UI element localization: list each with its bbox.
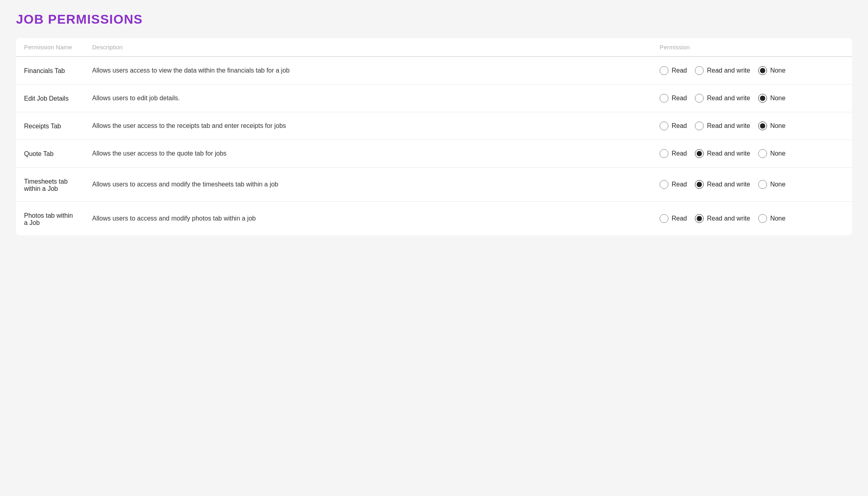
label-quote-tab-read: Read [672,150,687,157]
radio-quote-tab-read_and_write[interactable] [695,149,704,158]
table-row: Edit Job DetailsAllows users to edit job… [16,85,852,112]
label-edit-job-details-none: None [770,95,785,102]
row-timesheets-tab-permission: ReadRead and writeNone [652,168,852,202]
row-photos-tab-permission: ReadRead and writeNone [652,202,852,236]
table-row: Timesheets tab within a JobAllows users … [16,168,852,202]
row-photos-tab-option-read_and_write[interactable]: Read and write [695,214,750,223]
row-financials-tab-option-none[interactable]: None [758,66,785,75]
row-timesheets-tab-description: Allows users to access and modify the ti… [84,168,652,202]
row-photos-tab-name: Photos tab within a Job [16,202,84,236]
radio-timesheets-tab-read[interactable] [660,180,668,189]
radio-receipts-tab-none[interactable] [758,121,767,130]
radio-edit-job-details-read[interactable] [660,94,668,103]
row-receipts-tab-option-read[interactable]: Read [660,121,687,130]
row-edit-job-details-description: Allows users to edit job details. [84,85,652,112]
radio-financials-tab-read_and_write[interactable] [695,66,704,75]
row-financials-tab-option-read[interactable]: Read [660,66,687,75]
row-edit-job-details-permission: ReadRead and writeNone [652,85,852,112]
table-row: Financials TabAllows users access to vie… [16,57,852,85]
label-edit-job-details-read_and_write: Read and write [707,95,750,102]
row-quote-tab-permission: ReadRead and writeNone [652,140,852,168]
radio-receipts-tab-read_and_write[interactable] [695,121,704,130]
row-receipts-tab-option-none[interactable]: None [758,121,785,130]
radio-photos-tab-read[interactable] [660,214,668,223]
table-row: Photos tab within a JobAllows users to a… [16,202,852,236]
row-edit-job-details-option-read[interactable]: Read [660,94,687,103]
radio-quote-tab-none[interactable] [758,149,767,158]
row-photos-tab-option-read[interactable]: Read [660,214,687,223]
row-quote-tab-option-none[interactable]: None [758,149,785,158]
row-photos-tab-option-none[interactable]: None [758,214,785,223]
row-timesheets-tab-option-none[interactable]: None [758,180,785,189]
label-timesheets-tab-read_and_write: Read and write [707,181,750,188]
table-row: Quote TabAllows the user access to the q… [16,140,852,168]
label-receipts-tab-none: None [770,122,785,130]
row-timesheets-tab-option-read_and_write[interactable]: Read and write [695,180,750,189]
radio-quote-tab-read[interactable] [660,149,668,158]
row-quote-tab-option-read[interactable]: Read [660,149,687,158]
row-edit-job-details-option-read_and_write[interactable]: Read and write [695,94,750,103]
radio-timesheets-tab-none[interactable] [758,180,767,189]
row-receipts-tab-permission: ReadRead and writeNone [652,112,852,140]
label-quote-tab-none: None [770,150,785,157]
row-photos-tab-description: Allows users to access and modify photos… [84,202,652,236]
label-financials-tab-read_and_write: Read and write [707,67,750,74]
radio-financials-tab-none[interactable] [758,66,767,75]
permissions-table: Permission Name Description Permission F… [16,38,852,235]
label-financials-tab-none: None [770,67,785,74]
radio-photos-tab-none[interactable] [758,214,767,223]
label-financials-tab-read: Read [672,67,687,74]
col-header-description: Description [84,38,652,57]
row-receipts-tab-name: Receipts Tab [16,112,84,140]
radio-edit-job-details-read_and_write[interactable] [695,94,704,103]
radio-edit-job-details-none[interactable] [758,94,767,103]
label-photos-tab-none: None [770,215,785,222]
row-edit-job-details-name: Edit Job Details [16,85,84,112]
col-header-permission: Permission [652,38,852,57]
col-header-name: Permission Name [16,38,84,57]
label-photos-tab-read_and_write: Read and write [707,215,750,222]
row-receipts-tab-description: Allows the user access to the receipts t… [84,112,652,140]
row-financials-tab-name: Financials Tab [16,57,84,85]
label-edit-job-details-read: Read [672,95,687,102]
label-photos-tab-read: Read [672,215,687,222]
row-quote-tab-name: Quote Tab [16,140,84,168]
row-timesheets-tab-option-read[interactable]: Read [660,180,687,189]
radio-photos-tab-read_and_write[interactable] [695,214,704,223]
page-title: JOB PERMISSIONS [16,12,852,27]
label-quote-tab-read_and_write: Read and write [707,150,750,157]
row-financials-tab-option-read_and_write[interactable]: Read and write [695,66,750,75]
label-timesheets-tab-none: None [770,181,785,188]
row-financials-tab-permission: ReadRead and writeNone [652,57,852,85]
radio-financials-tab-read[interactable] [660,66,668,75]
row-edit-job-details-option-none[interactable]: None [758,94,785,103]
row-quote-tab-option-read_and_write[interactable]: Read and write [695,149,750,158]
row-receipts-tab-option-read_and_write[interactable]: Read and write [695,121,750,130]
table-row: Receipts TabAllows the user access to th… [16,112,852,140]
label-receipts-tab-read_and_write: Read and write [707,122,750,130]
radio-timesheets-tab-read_and_write[interactable] [695,180,704,189]
row-financials-tab-description: Allows users access to view the data wit… [84,57,652,85]
label-timesheets-tab-read: Read [672,181,687,188]
radio-receipts-tab-read[interactable] [660,121,668,130]
row-quote-tab-description: Allows the user access to the quote tab … [84,140,652,168]
row-timesheets-tab-name: Timesheets tab within a Job [16,168,84,202]
label-receipts-tab-read: Read [672,122,687,130]
